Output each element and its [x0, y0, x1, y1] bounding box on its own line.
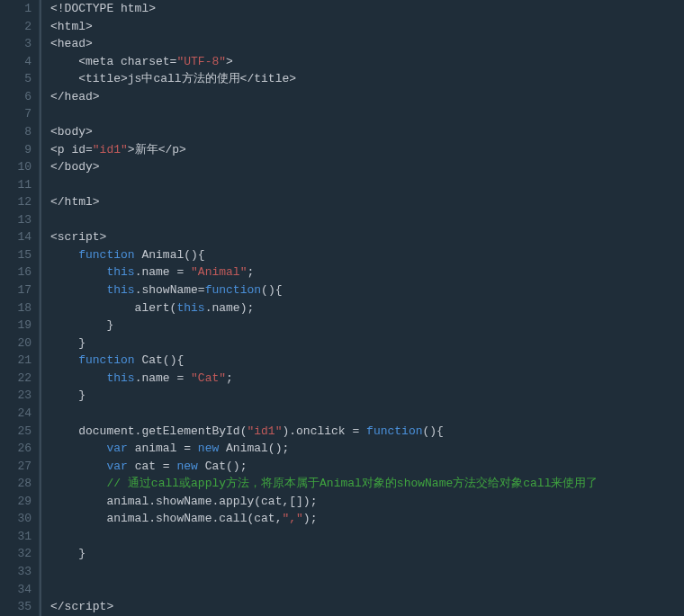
code-line[interactable]: animal.showName.call(cat,",");	[50, 510, 684, 528]
code-line[interactable]: this.name = "Animal";	[50, 263, 684, 281]
code-line[interactable]: <html>	[50, 18, 684, 36]
code-editor[interactable]: 1234567891011121314151617181920212223242…	[0, 0, 684, 616]
code-line[interactable]	[50, 563, 684, 581]
code-token: .showName=	[135, 283, 205, 297]
code-area[interactable]: <!DOCTYPE html><html><head> <meta charse…	[41, 0, 684, 616]
code-line[interactable]: alert(this.name);	[50, 299, 684, 317]
code-line[interactable]: }	[50, 387, 684, 405]
code-line[interactable]	[50, 405, 684, 423]
line-number: 18	[0, 299, 32, 317]
line-number: 35	[0, 598, 32, 616]
code-token: <html>	[50, 20, 93, 33]
line-number: 22	[0, 370, 32, 388]
line-number: 4	[0, 53, 32, 71]
code-token	[50, 353, 78, 367]
code-token: <title>js中call方法的使用</title>	[50, 72, 296, 85]
code-line[interactable]: <body>	[50, 123, 684, 141]
line-number: 30	[0, 510, 32, 528]
code-line[interactable]: </script>	[50, 598, 684, 616]
code-token: </	[50, 600, 65, 613]
line-number: 17	[0, 281, 32, 299]
line-number-gutter: 1234567891011121314151617181920212223242…	[0, 0, 40, 616]
code-token: <!DOCTYPE html>	[50, 2, 156, 15]
code-token: function	[205, 283, 261, 297]
code-token: var	[106, 460, 127, 473]
code-line[interactable]: <meta charset="UTF-8">	[50, 53, 684, 71]
code-line[interactable]: var cat = new Cat();	[50, 458, 684, 476]
code-line[interactable]: </head>	[50, 88, 684, 106]
code-line[interactable]: <p id="id1">新年</p>	[50, 141, 684, 159]
code-line[interactable]: </html>	[50, 193, 684, 211]
code-token: animal.showName.apply(cat,[]);	[50, 495, 317, 508]
code-token	[50, 460, 106, 473]
code-token: var	[106, 442, 127, 455]
code-line[interactable]: this.name = "Cat";	[50, 370, 684, 388]
code-line[interactable]: <script>	[50, 228, 684, 246]
code-token: alert(	[50, 301, 176, 315]
code-token: function	[78, 248, 134, 262]
code-line[interactable]: function Cat(){	[50, 352, 684, 370]
code-token	[50, 283, 106, 297]
code-token: ;	[247, 265, 254, 279]
code-token: .name =	[135, 265, 191, 279]
line-number: 5	[0, 70, 32, 88]
code-token	[50, 265, 106, 279]
line-number: 26	[0, 440, 32, 458]
line-number: 19	[0, 317, 32, 335]
code-line[interactable]: animal.showName.apply(cat,[]);	[50, 493, 684, 511]
code-token: "id1"	[247, 424, 282, 438]
line-number: 11	[0, 176, 32, 194]
code-token: "UTF-8"	[176, 55, 226, 68]
code-line[interactable]: this.showName=function(){	[50, 281, 684, 299]
code-line[interactable]: var animal = new Animal();	[50, 440, 684, 458]
line-number: 13	[0, 211, 32, 229]
code-token: function	[78, 353, 134, 367]
code-token	[50, 477, 106, 490]
code-token: "id1"	[93, 143, 128, 156]
code-token: // 通过call或apply方法，将原本属于Animal对象的showName…	[106, 477, 598, 490]
code-line[interactable]: <title>js中call方法的使用</title>	[50, 70, 684, 88]
code-line[interactable]	[50, 528, 684, 546]
line-number: 29	[0, 493, 32, 511]
code-line[interactable]: </body>	[50, 158, 684, 176]
code-line[interactable]: // 通过call或apply方法，将原本属于Animal对象的showName…	[50, 475, 684, 493]
code-token: }	[50, 388, 86, 402]
code-line[interactable]	[50, 176, 684, 194]
code-token: cat =	[128, 460, 177, 473]
code-line[interactable]: document.getElementById("id1").onclick =…	[50, 423, 684, 441]
line-number: 16	[0, 263, 32, 281]
line-number: 24	[0, 405, 32, 423]
line-number: 33	[0, 563, 32, 581]
code-line[interactable]: }	[50, 545, 684, 563]
code-token: this	[176, 301, 204, 315]
code-token: <p id=	[50, 143, 93, 156]
code-token: Animal(){	[135, 248, 205, 262]
line-number: 1	[0, 0, 32, 18]
code-token: animal.showName.call(cat,	[50, 512, 282, 525]
code-token: this	[106, 283, 134, 297]
code-token: new	[198, 442, 219, 455]
code-token: <meta charset=	[50, 55, 176, 68]
line-number: 14	[0, 228, 32, 246]
code-token: }	[50, 336, 86, 350]
code-line[interactable]: <head>	[50, 35, 684, 53]
code-token: <body>	[50, 125, 93, 138]
code-line[interactable]: }	[50, 317, 684, 335]
code-token: Cat();	[198, 460, 248, 473]
code-token: }	[50, 547, 86, 560]
line-number: 25	[0, 423, 32, 441]
code-token: this	[106, 371, 134, 385]
code-line[interactable]	[50, 105, 684, 123]
code-token: </html>	[50, 195, 100, 209]
line-number: 15	[0, 246, 32, 264]
code-line[interactable]: }	[50, 335, 684, 353]
code-line[interactable]	[50, 581, 684, 599]
code-token: this	[106, 265, 134, 279]
code-token: Animal();	[219, 442, 289, 455]
code-line[interactable]: <!DOCTYPE html>	[50, 0, 684, 18]
code-token: <head>	[50, 37, 93, 50]
code-token: .name);	[205, 301, 255, 315]
code-line[interactable]: function Animal(){	[50, 246, 684, 264]
line-number: 6	[0, 88, 32, 106]
code-line[interactable]	[50, 211, 684, 229]
